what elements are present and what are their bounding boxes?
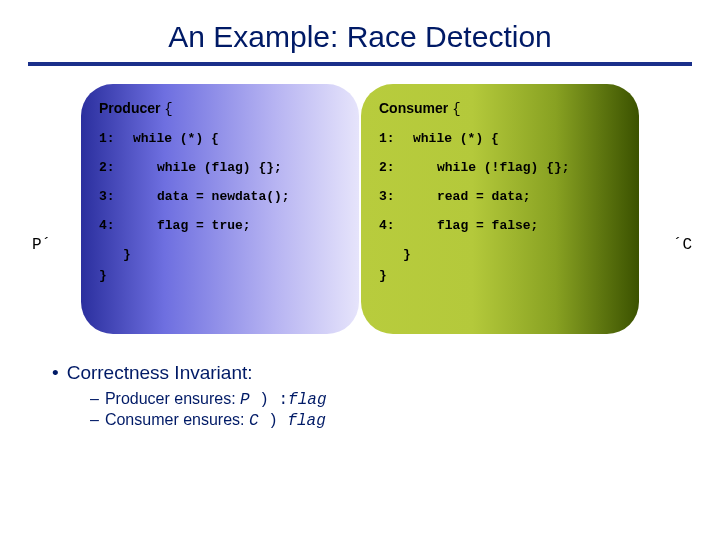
lineno: 1:	[379, 131, 413, 146]
producer-line-3: 3: data = newdata();	[99, 189, 341, 204]
producer-line-4: 4: flag = true;	[99, 218, 341, 233]
consumer-title-text: Consumer	[379, 100, 448, 116]
code: data = newdata();	[133, 189, 290, 204]
producer-line-2: 2: while (flag) {};	[99, 160, 341, 175]
code: while (flag) {};	[133, 160, 282, 175]
bullet-sub-2: –Consumer ensures: C ) flag	[90, 411, 720, 430]
producer-title: Producer {	[99, 100, 341, 117]
lineno: 4:	[99, 218, 133, 233]
code: flag = false;	[413, 218, 538, 233]
bullet-dot-icon: •	[52, 362, 59, 383]
lineno: 4:	[379, 218, 413, 233]
sub1-sym: P	[240, 391, 250, 409]
lineno: 1:	[99, 131, 133, 146]
consumer-open-brace: {	[452, 101, 460, 117]
bullet-main-text: Correctness Invariant:	[67, 362, 253, 383]
producer-title-text: Producer	[99, 100, 160, 116]
producer-line-1: 1: while (*) {	[99, 131, 341, 146]
code: flag = true;	[133, 218, 251, 233]
sub2-sym: C	[249, 412, 259, 430]
code: while (!flag) {};	[413, 160, 570, 175]
sub2-pre: Consumer ensures:	[105, 411, 249, 428]
consumer-line-3: 3: read = data;	[379, 189, 621, 204]
code-panels: Producer { 1: while (*) { 2: while (flag…	[0, 84, 720, 334]
lineno: 2:	[99, 160, 133, 175]
sub1-pre: Producer ensures:	[105, 390, 240, 407]
sub1-flag: flag	[288, 391, 326, 409]
consumer-line-2: 2: while (!flag) {};	[379, 160, 621, 175]
consumer-line-4: 4: flag = false;	[379, 218, 621, 233]
consumer-title: Consumer {	[379, 100, 621, 117]
lineno: 3:	[99, 189, 133, 204]
consumer-line-1: 1: while (*) {	[379, 131, 621, 146]
page-title: An Example: Race Detection	[0, 0, 720, 54]
code: while (*) {	[413, 131, 499, 146]
sub2-mid: )	[259, 412, 288, 430]
bullet-dash-icon: –	[90, 390, 99, 407]
code: read = data;	[413, 189, 531, 204]
producer-panel: Producer { 1: while (*) { 2: while (flag…	[81, 84, 359, 334]
producer-open-brace: {	[164, 101, 172, 117]
lineno: 2:	[379, 160, 413, 175]
consumer-close-outer: }	[379, 268, 621, 283]
sub2-flag: flag	[287, 412, 325, 430]
producer-close-inner: }	[99, 247, 341, 262]
consumer-close-inner: }	[379, 247, 621, 262]
bullet-main: •Correctness Invariant:	[52, 362, 720, 384]
sub1-mid: ) :	[250, 391, 288, 409]
lineno: 3:	[379, 189, 413, 204]
consumer-panel: Consumer { 1: while (*) { 2: while (!fla…	[361, 84, 639, 334]
title-divider	[28, 62, 692, 66]
bullet-list: •Correctness Invariant: –Producer ensure…	[52, 362, 720, 430]
producer-close-outer: }	[99, 268, 341, 283]
bullet-sub-1: –Producer ensures: P ) :flag	[90, 390, 720, 409]
bullet-dash-icon: –	[90, 411, 99, 428]
code: while (*) {	[133, 131, 219, 146]
